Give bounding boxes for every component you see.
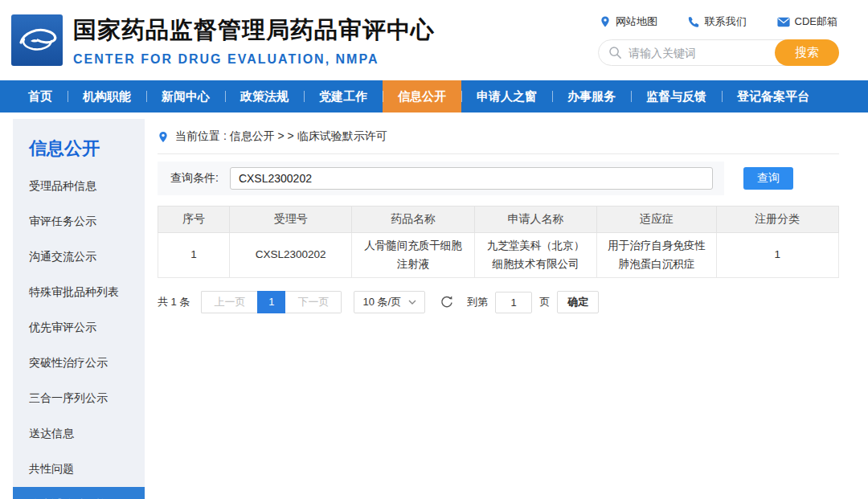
next-page-button[interactable]: 下一页: [285, 291, 342, 313]
table-row: 1 CXSL2300202 人骨髓间充质干细胞注射液 九芝堂美科（北京）细胞技术…: [158, 233, 839, 278]
search-bar: 搜索: [598, 39, 839, 66]
sidebar-item-three-in-one[interactable]: 三合一序列公示: [13, 381, 145, 416]
location-pin-icon: [158, 130, 169, 144]
page-1-button[interactable]: 1: [257, 291, 285, 313]
sidebar-item-breakthrough-therapy[interactable]: 突破性治疗公示: [13, 346, 145, 381]
page-unit-label: 页: [539, 295, 550, 309]
nav-item-services[interactable]: 办事服务: [552, 80, 631, 112]
cell-drug-name: 人骨髓间充质干细胞注射液: [352, 233, 474, 278]
sidebar-title: 信息公开: [13, 119, 145, 169]
cell-indication: 用于治疗自身免疫性肺泡蛋白沉积症: [597, 233, 716, 278]
col-header-indication: 适应症: [597, 207, 716, 233]
phone-icon: [688, 16, 700, 28]
col-header-drug-name: 药品名称: [352, 207, 474, 233]
site-header: 国家药品监督管理局药品审评中心 CENTER FOR DRUG EVALUATI…: [0, 0, 868, 80]
goto-page-group: 到第 页 确定: [467, 291, 599, 313]
nav-item-party[interactable]: 党建工作: [304, 80, 383, 112]
table-header-row: 序号 受理号 药品名称 申请人名称 适应症 注册分类: [158, 207, 839, 233]
nav-item-home[interactable]: 首页: [13, 80, 68, 112]
col-header-index: 序号: [158, 207, 230, 233]
cell-registration-category: 1: [716, 233, 839, 278]
sidebar-item-accepted-varieties[interactable]: 受理品种信息: [13, 169, 145, 204]
search-icon: [608, 46, 622, 59]
cell-applicant-name: 九芝堂美科（北京）细胞技术有限公司: [474, 233, 596, 278]
main-content: 当前位置 : 信息公开 > > 临床试验默示许可 查询条件: 查询 序号 受理号…: [158, 119, 839, 499]
search-button[interactable]: 搜索: [775, 39, 839, 66]
sidebar-item-special-approval[interactable]: 特殊审批品种列表: [13, 275, 145, 310]
page-size-select[interactable]: 10 条/页: [354, 291, 425, 313]
cde-logo-icon: [11, 14, 63, 66]
query-label: 查询条件:: [170, 171, 219, 186]
sidebar-item-review-tasks[interactable]: 审评任务公示: [13, 204, 145, 239]
contact-link[interactable]: 联系我们: [688, 14, 747, 29]
sidebar-item-communication[interactable]: 沟通交流公示: [13, 239, 145, 275]
location-pin-icon: [600, 15, 611, 28]
sidebar-item-clinical-trial-implied-license[interactable]: 临床试验默示许可: [13, 487, 145, 499]
nav-item-information-disclosure[interactable]: 信息公开: [383, 80, 461, 112]
search-input[interactable]: [628, 47, 775, 59]
page-size-value: 10 条/页: [362, 295, 401, 309]
confirm-button[interactable]: 确定: [557, 291, 599, 313]
nav-item-supervision-feedback[interactable]: 监督与反馈: [631, 80, 722, 112]
col-header-registration-category: 注册分类: [716, 207, 839, 233]
nav-item-policies[interactable]: 政策法规: [225, 80, 304, 112]
query-input[interactable]: [230, 167, 713, 190]
breadcrumb: 当前位置 : 信息公开 > > 临床试验默示许可: [158, 119, 839, 154]
cell-index: 1: [158, 233, 230, 278]
sitemap-link[interactable]: 网站地图: [600, 14, 657, 29]
total-count-label: 共 1 条: [158, 295, 190, 309]
prev-page-button[interactable]: 上一页: [201, 291, 257, 313]
pager-group: 上一页 1 下一页: [201, 291, 342, 313]
site-subtitle: CENTER FOR DRUG EVALUATION, NMPA: [73, 52, 435, 67]
chevron-down-icon: [408, 300, 416, 305]
cell-acceptance-number: CXSL2300202: [229, 233, 351, 278]
nav-item-applicant-window[interactable]: 申请人之窗: [461, 80, 552, 112]
query-box: 查询条件:: [158, 162, 724, 195]
brand-block: 国家药品监督管理局药品审评中心 CENTER FOR DRUG EVALUATI…: [73, 14, 435, 67]
query-row: 查询条件: 查询: [158, 162, 839, 195]
sidebar-item-priority-review[interactable]: 优先审评公示: [13, 310, 145, 346]
mail-link[interactable]: CDE邮箱: [777, 14, 837, 29]
breadcrumb-text: 当前位置 : 信息公开 > > 临床试验默示许可: [175, 129, 387, 144]
top-links: 网站地图 联系我们 CDE邮箱: [598, 14, 839, 29]
sitemap-label: 网站地图: [616, 14, 657, 29]
header-right: 网站地图 联系我们 CDE邮箱 搜索: [598, 14, 839, 66]
nav-item-functions[interactable]: 机构职能: [68, 80, 146, 112]
mail-icon: [777, 17, 790, 27]
main-nav: 首页 机构职能 新闻中心 政策法规 党建工作 信息公开 申请人之窗 办事服务 监…: [0, 80, 868, 112]
results-table: 序号 受理号 药品名称 申请人名称 适应症 注册分类 1 CXSL2300202…: [158, 206, 839, 278]
contact-label: 联系我们: [705, 14, 747, 29]
goto-label: 到第: [467, 295, 488, 309]
refresh-icon[interactable]: [440, 295, 454, 309]
nav-item-news[interactable]: 新闻中心: [146, 80, 225, 112]
page-body: 信息公开 受理品种信息 审评任务公示 沟通交流公示 特殊审批品种列表 优先审评公…: [0, 112, 868, 499]
mail-label: CDE邮箱: [795, 14, 837, 29]
sidebar-item-delivery-info[interactable]: 送达信息: [13, 416, 145, 452]
col-header-acceptance-number: 受理号: [229, 207, 351, 233]
pagination: 共 1 条 上一页 1 下一页 10 条/页 到第 页 确定: [158, 291, 839, 313]
col-header-applicant-name: 申请人名称: [474, 207, 596, 233]
sidebar-item-common-issues[interactable]: 共性问题: [13, 452, 145, 487]
site-title: 国家药品监督管理局药品审评中心: [73, 14, 435, 47]
goto-page-input[interactable]: [495, 292, 532, 313]
query-button[interactable]: 查询: [743, 167, 793, 190]
nav-item-registration-platform[interactable]: 登记备案平台: [722, 80, 825, 112]
sidebar: 信息公开 受理品种信息 审评任务公示 沟通交流公示 特殊审批品种列表 优先审评公…: [13, 119, 145, 499]
